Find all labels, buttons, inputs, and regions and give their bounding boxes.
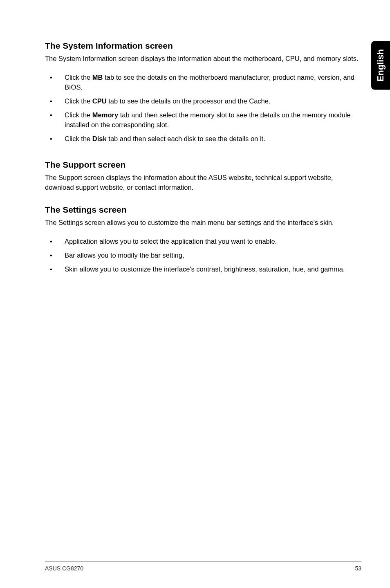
intro-support: The Support screen displays the informat… <box>45 173 361 193</box>
intro-system-info: The System Information screen displays t… <box>45 54 361 64</box>
list-item-text: Bar allows you to modify the bar setting… <box>65 251 361 260</box>
list-item-text: Click the Memory tab and then select the… <box>65 110 361 130</box>
bullet-icon: • <box>50 97 65 106</box>
list-item: • Skin allows you to customize the inter… <box>50 265 361 274</box>
section-support: The Support screen The Support screen di… <box>45 160 361 193</box>
section-system-information: The System Information screen The System… <box>45 41 361 144</box>
list-item-text: Application allows you to select the app… <box>65 237 361 247</box>
heading-support: The Support screen <box>45 160 361 170</box>
footer-left: ASUS CG8270 <box>45 565 83 572</box>
section-settings: The Settings screen The Settings screen … <box>45 205 361 274</box>
list-item-text: Click the CPU tab to see the details on … <box>65 97 361 106</box>
bullet-icon: • <box>50 134 65 144</box>
intro-settings: The Settings screen allows you to custom… <box>45 218 361 228</box>
list-settings: • Application allows you to select the a… <box>45 237 361 274</box>
list-item: • Click the Memory tab and then select t… <box>50 110 361 130</box>
bullet-icon: • <box>50 265 65 274</box>
list-item-text: Skin allows you to customize the interfa… <box>65 265 361 274</box>
list-item: • Bar allows you to modify the bar setti… <box>50 251 361 260</box>
page-content: The System Information screen The System… <box>0 0 390 588</box>
bullet-icon: • <box>50 110 65 130</box>
list-item-text: Click the MB tab to see the details on t… <box>65 73 361 92</box>
list-item-text: Click the Disk tab and then select each … <box>65 134 361 144</box>
page-footer: ASUS CG8270 53 <box>45 561 361 572</box>
heading-settings: The Settings screen <box>45 205 361 215</box>
list-system-info: • Click the MB tab to see the details on… <box>45 73 361 144</box>
list-item: • Click the CPU tab to see the details o… <box>50 97 361 106</box>
bullet-icon: • <box>50 251 65 260</box>
heading-system-info: The System Information screen <box>45 41 361 51</box>
list-item: • Click the MB tab to see the details on… <box>50 73 361 92</box>
bullet-icon: • <box>50 237 65 247</box>
list-item: • Click the Disk tab and then select eac… <box>50 134 361 144</box>
footer-right: 53 <box>355 565 361 572</box>
bullet-icon: • <box>50 73 65 92</box>
list-item: • Application allows you to select the a… <box>50 237 361 247</box>
